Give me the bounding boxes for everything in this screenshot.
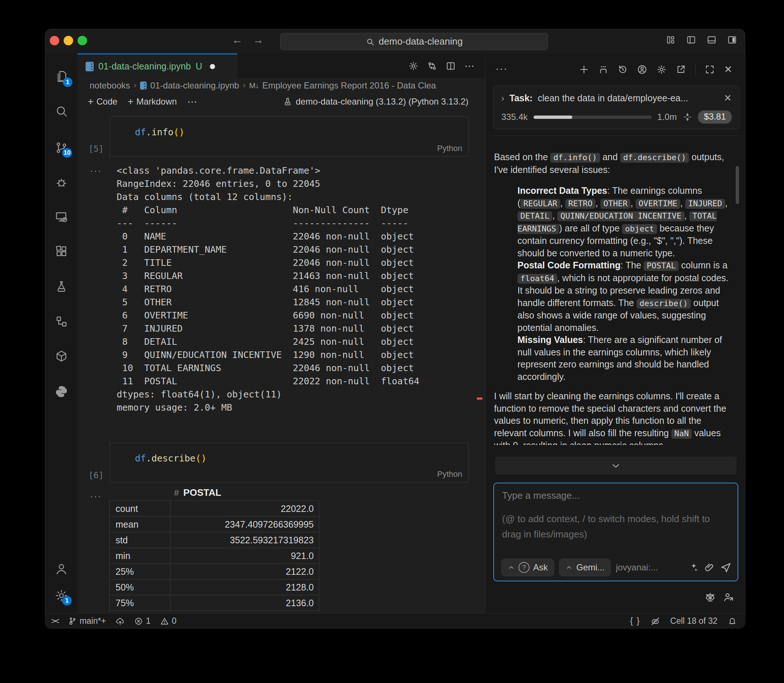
branch-indicator[interactable]: main*+	[68, 616, 106, 626]
bell-icon	[728, 616, 737, 625]
tab-notebook[interactable]: 01-data-cleaning.ipynb U	[77, 53, 237, 78]
compact-context-icon[interactable]	[683, 112, 692, 122]
inline-code: DETAIL	[518, 211, 552, 221]
warning-icon	[160, 617, 169, 625]
sidebar-item-search[interactable]	[45, 98, 77, 124]
source-control-badge: 10	[62, 148, 72, 157]
sidebar-item-run-debug[interactable]	[45, 170, 77, 195]
sidebar-item-container[interactable]	[45, 343, 77, 369]
task-card[interactable]: › Task: clean the data in data/employee-…	[493, 85, 739, 130]
sidebar-item-python[interactable]	[45, 379, 77, 404]
history-icon[interactable]	[617, 64, 628, 75]
task-label: Task:	[509, 93, 532, 103]
kernel-picker[interactable]: demo-data-cleaning (3.13.2) (Python 3.13…	[283, 93, 468, 111]
minimize-traffic-light[interactable]	[64, 36, 73, 45]
notebook-settings-gear-icon[interactable]	[409, 61, 418, 71]
breadcrumb-folder[interactable]: notebooks	[90, 80, 130, 91]
customize-layout-icon[interactable]	[666, 35, 675, 45]
remote-indicator[interactable]: ><	[51, 616, 59, 626]
toggle-secondary-sidebar-icon[interactable]	[727, 35, 737, 45]
kernel-env-icon	[283, 97, 292, 106]
agents-icon[interactable]	[598, 64, 608, 75]
handoff-person-icon[interactable]	[723, 592, 734, 603]
editor-group: 01-data-cleaning.ipynb U ⋯ notebooks › 0…	[77, 53, 485, 613]
cell-indicator[interactable]: Cell 18 of 32	[670, 616, 717, 626]
chat-list-item: Incorrect Data Types: The earnings colum…	[518, 184, 730, 259]
model-picker-button[interactable]: Gemi...	[559, 559, 611, 576]
add-code-cell-button[interactable]: + Code	[88, 96, 117, 107]
attach-icon[interactable]	[704, 562, 715, 573]
account-icon[interactable]	[637, 64, 647, 75]
rules-scales-icon[interactable]	[705, 592, 716, 603]
forward-arrow-icon[interactable]: →	[251, 34, 266, 46]
open-changes-icon[interactable]	[427, 61, 437, 71]
account-button[interactable]	[45, 556, 77, 582]
inline-code: INJURED	[685, 199, 725, 209]
inline-code: OTHER	[600, 199, 630, 209]
close-traffic-light[interactable]	[50, 36, 59, 45]
split-editor-icon[interactable]	[446, 61, 455, 71]
extensions-icon	[55, 245, 68, 258]
sidebar-item-source-control[interactable]: 10	[45, 135, 77, 160]
cell-6-code[interactable]: df.describe()	[110, 443, 468, 463]
maximize-traffic-light[interactable]	[77, 36, 87, 45]
chat-paragraph: Based on the df.info() and df.describe()…	[494, 151, 730, 176]
sidebar-item-extensions[interactable]	[45, 238, 77, 264]
settings-button[interactable]: 1	[45, 583, 77, 608]
command-center-search[interactable]: demo-data-cleaning	[280, 33, 548, 50]
gear-icon[interactable]	[656, 64, 667, 75]
copilot-disabled-indicator[interactable]	[651, 616, 660, 626]
fullscreen-icon[interactable]	[705, 64, 715, 75]
cell-language-label[interactable]: Python	[437, 470, 463, 479]
copilot-disabled-icon	[651, 616, 660, 626]
chevron-up-icon	[508, 564, 515, 571]
send-icon[interactable]	[720, 562, 732, 573]
sidebar-item-explorer[interactable]: 1	[45, 64, 77, 89]
open-external-icon[interactable]	[676, 64, 686, 75]
problems-warnings[interactable]: 0	[160, 616, 176, 626]
inline-code: OVERTIME	[635, 199, 680, 209]
tab-git-badge: U	[196, 61, 202, 72]
output-collapse-button[interactable]: ···	[90, 165, 102, 176]
publish-button[interactable]	[115, 616, 125, 625]
bold-text: Postal Code Formatting	[518, 260, 620, 270]
chat-transcript[interactable]: Based on the df.info() and df.describe()…	[494, 151, 730, 455]
toolbar-more-icon[interactable]: ⋯	[187, 96, 197, 108]
close-panel-icon[interactable]: ✕	[724, 64, 733, 75]
cell-5-code[interactable]: df.info()	[110, 117, 468, 138]
problems-errors[interactable]: 1	[134, 616, 151, 626]
more-actions-icon[interactable]: ⋯	[464, 60, 475, 72]
toggle-primary-sidebar-icon[interactable]	[686, 35, 696, 45]
code-cell-6[interactable]: df.describe() Python	[110, 443, 468, 482]
breadcrumb-file[interactable]: 01-data-cleaning.ipynb	[150, 80, 239, 91]
cell-language-label[interactable]: Python	[437, 144, 463, 153]
notebook-scroll-area[interactable]: df.info() Python [5] ··· <class 'pandas.…	[77, 111, 485, 613]
add-markdown-cell-button[interactable]: + Markdown	[128, 96, 177, 107]
stat-value: 921.0	[170, 548, 319, 564]
vscode-window: ← → demo-data-cleaning 1 10	[45, 29, 745, 628]
flask-icon	[55, 280, 68, 293]
braces-indicator[interactable]: { }	[630, 616, 640, 626]
toggle-panel-icon[interactable]	[707, 35, 717, 45]
sidebar-item-flowchart-extension[interactable]	[45, 309, 77, 334]
error-icon	[134, 617, 143, 625]
scrollbar-thumb[interactable]	[736, 166, 739, 204]
chevron-right-icon[interactable]: ›	[501, 93, 504, 103]
sidebar-item-remote-monitor[interactable]	[45, 204, 77, 230]
table-row: mean2347.4097266369995	[110, 517, 319, 532]
scroll-to-bottom-button[interactable]	[495, 457, 736, 475]
cost-badge[interactable]: $3.81	[698, 111, 732, 123]
back-arrow-icon[interactable]: ←	[230, 34, 245, 46]
sidebar-item-testing[interactable]	[45, 274, 77, 300]
new-chat-icon[interactable]	[579, 64, 589, 75]
notifications-button[interactable]	[728, 616, 737, 625]
settings-badge: 1	[62, 596, 72, 606]
code-cell-5[interactable]: df.info() Python	[110, 117, 468, 157]
breadcrumb-section[interactable]: Employee Earnings Report 2016 - Data Cle…	[262, 80, 436, 91]
panel-more-icon[interactable]: ···	[495, 62, 508, 75]
ask-mode-button[interactable]: ? Ask	[501, 559, 554, 576]
task-close-icon[interactable]: ✕	[724, 93, 732, 104]
output-collapse-button[interactable]: ···	[90, 491, 102, 502]
sparkle-icon[interactable]	[688, 562, 699, 573]
chat-input[interactable]: Type a message... (@ to add context, / t…	[493, 483, 738, 581]
